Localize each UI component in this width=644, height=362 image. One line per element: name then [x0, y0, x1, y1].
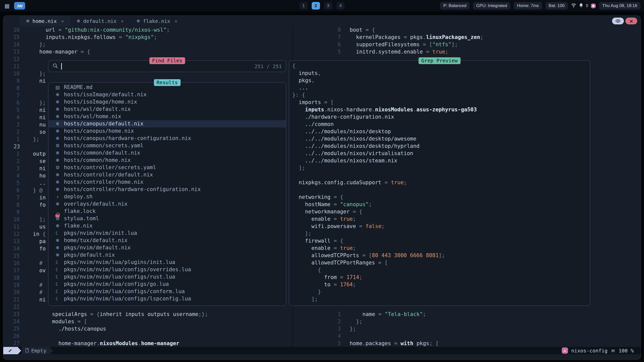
line-number: 5 [293, 340, 341, 347]
lines-icon: ≡ [611, 348, 615, 354]
nix-icon: ❄ [55, 222, 61, 230]
result-item[interactable]: ⚙hosts/controller/secrets.yaml [49, 164, 286, 171]
nix-icon: ❄ [55, 200, 61, 208]
line-number: 12 [3, 56, 27, 63]
preview-line: enable = true; [289, 215, 590, 223]
tab-close-icon[interactable]: × [175, 18, 178, 24]
result-item[interactable]: ☾pkgs/nvim/nvim/lua/configs/conform.lua [49, 288, 286, 295]
workspace-3[interactable]: 3 [324, 2, 332, 10]
result-item[interactable]: flake.lock [49, 208, 286, 215]
tab-default.nix[interactable]: ❄default.nix× [70, 16, 130, 26]
preview-line: firewall = { [289, 237, 590, 245]
line-number: 16 [3, 260, 27, 267]
result-item[interactable]: ☾pkgs/nvim/nvim/init.lua [49, 230, 286, 237]
result-item[interactable]: ❄hosts/isoImage/home.nix [49, 98, 286, 106]
line-number: 19 [3, 282, 27, 289]
result-item[interactable]: ❄hosts/wsl/default.nix [49, 106, 286, 113]
preview-line: from = 1714; [289, 274, 590, 281]
result-item[interactable]: ❄hosts/controller/default.nix [49, 171, 286, 178]
nix-icon: ❄ [55, 171, 61, 178]
result-label: pkgs/nvim/nvim/init.lua [64, 230, 137, 237]
result-item[interactable]: ❄home/tux/default.nix [49, 237, 286, 244]
tab-close-icon[interactable]: × [61, 18, 64, 24]
line-number: 10 [3, 70, 27, 77]
result-item[interactable]: ❄hosts/controller/hardware-configuration… [49, 186, 286, 193]
result-label: pkgs/nvim/default.nix [64, 244, 131, 251]
notifications-icon[interactable] [579, 3, 583, 9]
tab-close-icon[interactable]: × [121, 18, 124, 24]
result-label: hosts/controller/default.nix [64, 171, 153, 178]
preview-line: to = 1764; [289, 281, 590, 288]
tab-label: default.nix [83, 18, 116, 24]
preview-line [289, 172, 590, 179]
eye-toggle-button[interactable] [612, 18, 624, 24]
telescope-results: Results ▤README.md❄hosts/isoImage/defaul… [48, 82, 286, 306]
results-title: Results [154, 79, 180, 86]
logo-badge[interactable]: JW [14, 2, 25, 10]
tab-home.nix[interactable]: ❄home.nix× [20, 16, 70, 26]
result-item[interactable]: ☾pkgs/nvim/nvim/lua/configs/overrides.lu… [49, 266, 286, 273]
app-launcher-button[interactable]: ▦ [4, 2, 11, 9]
result-label: hosts/controller/secrets.yaml [64, 164, 156, 171]
result-label: hosts/canopus/default.nix [64, 120, 143, 127]
result-item[interactable]: ☾pkgs/nvim/nvim/lua/configs/rust.lua [49, 273, 286, 281]
result-item[interactable]: ❄hosts/canopus/default.nix [49, 120, 286, 127]
mode-indicator [3, 347, 18, 354]
preview-line: ../../modules/nixos/desktop [289, 128, 590, 135]
line-number: 4 [3, 172, 27, 179]
line-number: 12 [3, 231, 27, 238]
result-item[interactable]: ⚙stylua.toml [49, 215, 286, 222]
result-counter: 251 / 251 [255, 63, 282, 69]
result-item[interactable]: ❄hosts/canopus/home.nix [49, 127, 286, 135]
telescope-prompt: Find Files 251 / 251 [48, 60, 286, 72]
result-item[interactable]: ❄hosts/controller/home.nix [49, 178, 286, 186]
result-item[interactable]: ❄pkgs/default.nix [49, 251, 286, 259]
wifi-icon[interactable] [571, 3, 576, 9]
result-item[interactable]: ⚙hosts/common/secrets.yaml [49, 142, 286, 149]
line-number: 13 [3, 238, 27, 245]
prompt-title: Find Files [149, 57, 185, 64]
window-close-button[interactable]: × [625, 18, 637, 24]
result-item[interactable]: ❄hosts/canopus/hardware-configuration.ni… [49, 135, 286, 142]
line-number: 18 [3, 274, 27, 282]
nix-icon: ❄ [55, 149, 61, 157]
preview-line: nixpkgs.config.cudaSupport = true; [289, 179, 590, 186]
line-number: 2 [3, 158, 27, 165]
result-item[interactable]: ❄hosts/common/home.nix [49, 157, 286, 164]
result-label: README.md [64, 84, 93, 91]
preview-line: pkgs, [289, 77, 590, 84]
buffer-label: Empty [31, 348, 46, 354]
result-item[interactable]: ❄hosts/common/default.nix [49, 149, 286, 157]
preview-title: Grep Preview [419, 57, 461, 64]
workspace-1[interactable]: 1 [299, 2, 308, 10]
result-label: pkgs/nvim/nvim/lua/configs/overrides.lua [64, 266, 191, 273]
nix-icon: ❄ [55, 237, 61, 244]
notification-count: 0 [586, 4, 588, 8]
workspace-4[interactable]: 4 [336, 2, 345, 10]
nix-icon: ❄ [55, 244, 61, 251]
result-item[interactable]: ❄pkgs/nvim/default.nix [49, 244, 286, 251]
powerline-separator [18, 347, 21, 354]
nix-icon: ❄ [26, 18, 30, 24]
result-label: overlays/default.nix [64, 200, 128, 208]
preview-line: ../../modules/nixos/virtualisation [289, 150, 590, 157]
tab-flake.nix[interactable]: ❄flake.nix× [130, 16, 184, 26]
line-number: 8 [3, 85, 27, 92]
yaml-icon: ⚙ [55, 164, 61, 171]
line-number: 6 [3, 99, 27, 107]
result-item[interactable]: ☾pkgs/nvim/nvim/lua/configs/lspconfig.lu… [49, 295, 286, 302]
code-line: 7 kernelPackages = pkgs.linuxPackages_ze… [293, 34, 641, 41]
workspace-2[interactable]: 2 [312, 2, 320, 10]
nix-icon: ❄ [55, 251, 61, 259]
result-item[interactable]: ☾pkgs/nvim/nvim/lua/plugins/init.lua [49, 259, 286, 266]
result-item[interactable]: ❄hosts/isoImage/default.nix [49, 91, 286, 98]
result-item[interactable]: ❄overlays/default.nix [49, 200, 286, 208]
project-label: nixos-config [571, 348, 608, 354]
screencast-icon[interactable] [591, 4, 596, 8]
result-item[interactable]: ›deploy.sh [49, 193, 286, 200]
lua-icon: ☾ [55, 230, 61, 237]
result-item[interactable]: ❄flake.nix [49, 222, 286, 230]
result-label: hosts/isoImage/default.nix [64, 91, 147, 98]
result-item[interactable]: ❄hosts/wsl/home.nix [49, 113, 286, 120]
result-item[interactable]: ☾pkgs/nvim/nvim/lua/configs/go.lua [49, 281, 286, 288]
